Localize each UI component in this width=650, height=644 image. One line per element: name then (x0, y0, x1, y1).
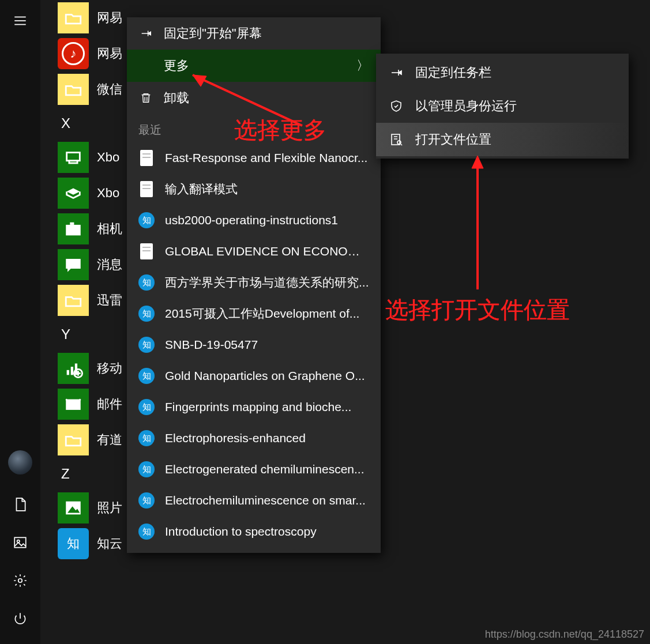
recent-item-label: Gold Nanoparticles on Graphene O... (165, 369, 365, 383)
netease-music-tile-icon: ♪ (58, 38, 89, 69)
document-icon (138, 243, 155, 259)
app-label: 网易 (97, 9, 122, 27)
zhiyun-icon: 知 (138, 399, 155, 415)
recent-item[interactable]: 知Introduction to spectroscopy (127, 516, 381, 547)
recent-item[interactable]: 知Gold Nanoparticles on Graphene O... (127, 360, 381, 391)
document-icon (138, 150, 155, 166)
mobile-plan-tile-icon (58, 353, 89, 384)
photos-tile-icon (58, 492, 89, 524)
app-label: Xbo (97, 186, 119, 201)
recent-item[interactable]: 知2015可摄入工作站Development of... (127, 298, 381, 329)
app-label: 迅雷 (97, 292, 122, 309)
shield-icon (389, 99, 404, 114)
recent-item-label: SNB-D-19-05477 (165, 338, 258, 352)
watermark: https://blog.csdn.net/qq_24118527 (485, 628, 644, 641)
documents-icon[interactable] (12, 496, 28, 513)
svg-rect-15 (71, 367, 73, 375)
document-icon (138, 181, 155, 197)
recent-item[interactable]: 知Electrogenerated chemiluminescen... (127, 454, 381, 485)
svg-point-28 (397, 141, 401, 144)
recent-item[interactable]: Fast-Response and Flexible Nanocr... (127, 142, 381, 174)
context-pin-label: 固定到"开始"屏幕 (164, 25, 262, 42)
svg-rect-8 (67, 153, 80, 161)
user-avatar[interactable] (8, 450, 32, 474)
recent-item-label: Fast-Response and Flexible Nanocr... (165, 151, 367, 165)
recent-item-label: Introduction to spectroscopy (165, 525, 317, 538)
app-label: 微信 (97, 81, 122, 98)
context-submenu: 固定到任务栏 以管理员身份运行 打开文件位置 (376, 54, 629, 159)
recent-item[interactable]: 知SNB-D-19-05477 (127, 329, 381, 360)
zhiyun-icon: 知 (138, 368, 155, 384)
submenu-pin-to-taskbar[interactable]: 固定到任务栏 (376, 56, 629, 89)
app-label: 消息 (97, 256, 122, 273)
recent-item[interactable]: 知西方学界关于市场与道德关系的研究... (127, 267, 381, 298)
app-label: Xbo (97, 150, 119, 165)
submenu-pin-label: 固定到任务栏 (415, 64, 491, 81)
recent-item[interactable]: 知Electrophoresis-enhanced (127, 423, 381, 454)
recent-item-label: 2015可摄入工作站Development of... (165, 306, 359, 322)
start-rail (0, 0, 40, 644)
recent-item[interactable]: 知usb2000-operating-instructions1 (127, 205, 381, 236)
svg-rect-12 (70, 223, 74, 225)
file-location-icon (389, 132, 404, 147)
blank-icon (138, 58, 153, 73)
recent-item[interactable]: GLOBAL EVIDENCE ON ECONOMI... (127, 236, 381, 267)
recent-item-label: usb2000-operating-instructions1 (165, 213, 338, 227)
recent-item-label: Fingerprints mapping and bioche... (165, 400, 351, 414)
svg-rect-3 (14, 537, 26, 547)
chevron-right-icon: 〉 (356, 57, 369, 74)
folder-tile-icon (58, 285, 89, 316)
folder-tile-icon (58, 74, 89, 105)
recent-item-label: Electrophoresis-enhanced (165, 431, 306, 445)
recent-item-label: Electrochemiluminescence on smar... (165, 494, 366, 507)
folder-tile-icon (58, 424, 89, 455)
app-label: 网易 (97, 45, 122, 62)
submenu-run-as-admin[interactable]: 以管理员身份运行 (376, 89, 629, 123)
xbox-console-tile-icon (58, 142, 89, 173)
recent-item[interactable]: 知Electrochemiluminescence on smar... (127, 485, 381, 516)
zhiyun-icon: 知 (138, 524, 155, 540)
zhiyun-icon: 知 (138, 430, 155, 446)
app-label: 有道 (97, 431, 122, 449)
folder-tile-icon (58, 2, 89, 33)
zhiyun-icon: 知 (138, 212, 155, 228)
annotation-text-openloc: 选择打开文件位置 (385, 294, 570, 326)
recent-item-label: 输入翻译模式 (165, 181, 238, 197)
pin-icon (138, 26, 153, 41)
camera-tile-icon (58, 213, 89, 244)
xbox-tile-icon (58, 178, 89, 209)
annotation-text-more: 选择更多 (234, 114, 326, 146)
pictures-icon[interactable] (12, 534, 28, 551)
svg-rect-27 (392, 134, 400, 145)
zhiyun-icon: 知 (138, 274, 155, 291)
recent-item[interactable]: 知Fingerprints mapping and bioche... (127, 391, 381, 423)
app-label: 照片 (97, 499, 122, 517)
zhiyun-icon: 知 (138, 337, 155, 353)
settings-icon[interactable] (12, 573, 28, 589)
annotation-arrow-openloc (458, 151, 504, 297)
pin-icon (389, 65, 404, 80)
svg-rect-14 (67, 370, 69, 375)
app-label: 邮件 (97, 396, 122, 413)
svg-point-5 (18, 579, 22, 583)
app-label: 移动 (97, 360, 122, 377)
app-label: 知云 (97, 535, 122, 552)
recent-item[interactable]: 输入翻译模式 (127, 174, 381, 205)
recent-item-label: GLOBAL EVIDENCE ON ECONOMI... (165, 244, 369, 258)
context-pin-to-start[interactable]: 固定到"开始"屏幕 (127, 17, 381, 50)
zhiyun-icon: 知 (138, 492, 155, 509)
submenu-runadmin-label: 以管理员身份运行 (415, 97, 517, 115)
zhiyun-icon: 知 (138, 461, 155, 477)
submenu-openloc-label: 打开文件位置 (415, 131, 491, 148)
recent-item-label: Electrogenerated chemiluminescen... (165, 462, 365, 476)
svg-rect-9 (69, 161, 77, 163)
zhiyun-tile-icon: 知 (58, 528, 89, 559)
app-label: 相机 (97, 220, 122, 238)
power-icon[interactable] (12, 611, 28, 627)
trash-icon (138, 91, 153, 106)
recent-list: Fast-Response and Flexible Nanocr...输入翻译… (127, 142, 381, 547)
mail-tile-icon (58, 389, 89, 420)
svg-marker-32 (472, 156, 483, 168)
messages-tile-icon (58, 249, 89, 280)
hamburger-icon[interactable] (12, 13, 28, 29)
